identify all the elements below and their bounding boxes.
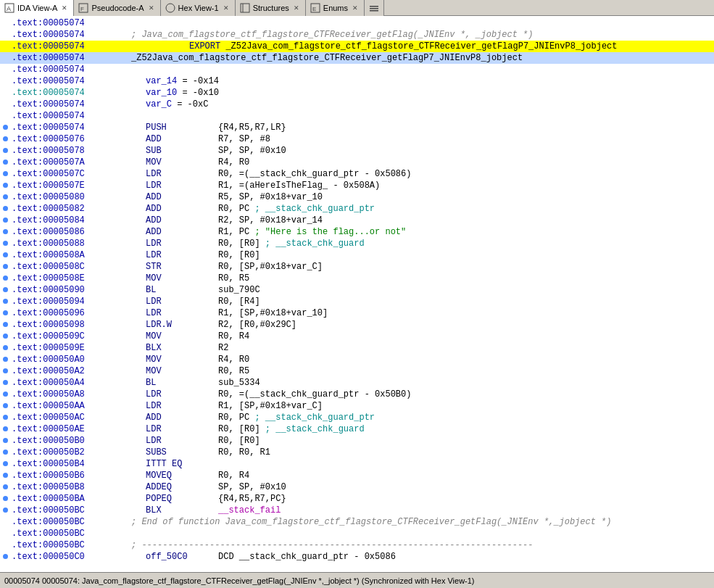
code-line[interactable]: .text:00005094LDRR0, [R4] <box>0 296 714 307</box>
code-line[interactable]: .text:0000508ALDRR0, [R0] <box>0 249 714 261</box>
code-line[interactable]: .text:000050BC; End of function Java_com… <box>0 516 714 528</box>
code-line[interactable]: .text:0000509CMOVR0, R4 <box>0 331 714 342</box>
operands: R4, R0 <box>218 157 249 168</box>
code-line[interactable]: .text:000050A4BLsub_5334 <box>0 377 714 389</box>
address: .text:000050B0 <box>12 435 131 447</box>
code-line[interactable]: .text:0000508CSTRR0, [SP,#0x18+var_C] <box>0 261 714 273</box>
tab-structures[interactable]: Structures ✕ <box>236 0 306 16</box>
code-line[interactable]: .text:000050BC; ------------------------… <box>0 539 714 551</box>
instruction: LDR.W <box>131 319 218 331</box>
code-line[interactable]: .text:00005090BLsub_790C <box>0 284 714 296</box>
code-line[interactable]: .text:000050BC <box>0 528 714 539</box>
line-content: var_14 = -0x14 <box>131 75 219 87</box>
address: .text:0000509C <box>12 331 131 342</box>
code-line[interactable]: .text:00005078SUBSP, SP, #0x10 <box>0 145 714 157</box>
code-line[interactable]: .text:00005074 <box>0 64 714 75</box>
code-line[interactable]: .text:00005084ADDR2, SP, #0x18+var_14 <box>0 215 714 226</box>
instruction: SUB <box>131 145 218 157</box>
code-line[interactable]: .text:000050BCBLX__stack_fail <box>0 505 714 516</box>
tab-enums-close[interactable]: ✕ <box>351 4 360 12</box>
code-line[interactable]: .text:000050B2SUBSR0, R0, R1 <box>0 447 714 458</box>
operands: R1, =(aHereIsTheFlag_ - 0x508A) <box>218 180 380 191</box>
tab-enums[interactable]: E Enums ✕ <box>306 0 365 16</box>
code-line[interactable]: .text:000050A0MOVR4, R0 <box>0 354 714 365</box>
code-line[interactable]: .text:000050B8ADDEQSP, SP, #0x10 <box>0 481 714 493</box>
instruction: MOV <box>131 331 218 342</box>
tab-pseudocode-a[interactable]: F Pseudocode-A ✕ <box>74 0 160 16</box>
dot-indicator <box>3 261 12 273</box>
operands: R0, =(__stack_chk_guard_ptr - 0x5086) <box>218 168 411 180</box>
code-line[interactable]: .text:0000507ELDRR1, =(aHereIsTheFlag_ -… <box>0 180 714 191</box>
dot-indicator <box>3 191 12 203</box>
code-line[interactable]: .text:00005074; Java_com_flagstore_ctf_f… <box>0 29 714 41</box>
address: .text:00005088 <box>12 238 131 249</box>
code-line[interactable]: .text:00005080ADDR5, SP, #0x18+var_10 <box>0 191 714 203</box>
address: .text:000050A0 <box>12 354 131 365</box>
operands: R0, [R0] <box>218 249 260 261</box>
instruction: ADD <box>131 412 218 423</box>
address: .text:000050BC <box>12 528 131 539</box>
code-line[interactable]: .text:000050BAPOPEQ{R4,R5,R7,PC} <box>0 493 714 505</box>
line-content: var_C = -0xC <box>131 99 208 110</box>
address: .text:000050C0 <box>12 551 131 563</box>
operands: R2 <box>218 342 228 354</box>
address: .text:00005074 <box>12 29 131 41</box>
tab-pseudocode-close[interactable]: ✕ <box>147 4 156 12</box>
dot-indicator <box>3 389 12 400</box>
code-line[interactable]: .text:000050B6MOVEQR0, R4 <box>0 470 714 481</box>
code-line[interactable]: .text:00005086ADDR1, PC ; "Here is the f… <box>0 226 714 238</box>
operands: R0, R4 <box>218 331 249 342</box>
code-line[interactable]: .text:000050AALDRR1, [SP,#0x18+var_C] <box>0 400 714 412</box>
operands: R2, [R0,#0x29C] <box>218 319 296 331</box>
instruction: BLX <box>131 505 218 516</box>
address: .text:000050A8 <box>12 389 131 400</box>
code-line[interactable]: .text:00005074var_10 = -0x10 <box>0 87 714 99</box>
code-line[interactable]: .text:00005074var_14 = -0x14 <box>0 75 714 87</box>
address: .text:000050B6 <box>12 470 131 481</box>
code-line[interactable]: .text:0000508EMOVR0, R5 <box>0 273 714 284</box>
code-line[interactable]: .text:00005074 <box>0 17 714 29</box>
line-content: ; Java_com_flagstore_ctf_flagstore_CTFRe… <box>131 29 534 41</box>
code-line[interactable]: .text:00005082ADDR0, PC ; __stack_chk_gu… <box>0 203 714 215</box>
instruction: ADD <box>131 203 218 215</box>
code-line[interactable]: .text:00005076ADDR7, SP, #8 <box>0 133 714 145</box>
instruction: LDR <box>131 168 218 180</box>
code-line[interactable]: .text:000050C0off_50C0DCD __stack_chk_gu… <box>0 551 714 563</box>
dot-indicator <box>3 296 12 307</box>
code-line[interactable]: .text:0000507CLDRR0, =(__stack_chk_guard… <box>0 168 714 180</box>
code-line[interactable]: .text:00005088LDRR0, [R0] ; __stack_chk_… <box>0 238 714 249</box>
tab-hex-close[interactable]: ✕ <box>222 4 231 12</box>
code-line[interactable]: .text:000050B0LDRR0, [R0] <box>0 435 714 447</box>
dot-indicator <box>3 249 12 261</box>
code-line[interactable]: .text:000050ACADDR0, PC ; __stack_chk_gu… <box>0 412 714 423</box>
code-line[interactable]: .text:0000509EBLXR2 <box>0 342 714 354</box>
address: .text:000050A4 <box>12 377 131 389</box>
instruction: LDR <box>131 423 218 435</box>
code-line[interactable]: .text:0000507AMOVR4, R0 <box>0 157 714 168</box>
tab-structures-close[interactable]: ✕ <box>292 4 301 12</box>
code-line[interactable]: .text:00005074var_C = -0xC <box>0 99 714 110</box>
dot-indicator <box>3 122 12 133</box>
code-line[interactable]: .text:00005074PUSH{R4,R5,R7,LR} <box>0 122 714 133</box>
code-line[interactable]: .text:000050A8LDRR0, =(__stack_chk_guard… <box>0 389 714 400</box>
address: .text:00005074 <box>12 64 131 75</box>
code-line[interactable]: .text:00005074_Z52Java_com_flagstore_ctf… <box>0 52 714 64</box>
dot-indicator <box>3 168 12 180</box>
tab-extra[interactable] <box>365 0 384 16</box>
code-line[interactable]: .text:000050B4ITTT EQ <box>0 458 714 470</box>
code-line[interactable]: .text:000050AELDRR0, [R0] ; __stack_chk_… <box>0 423 714 435</box>
tab-ida-close[interactable]: ✕ <box>60 4 69 12</box>
address: .text:0000508C <box>12 261 131 273</box>
code-line[interactable]: .text:00005074 <box>0 110 714 122</box>
svg-text:F: F <box>80 6 84 12</box>
code-line[interactable]: .text:00005096LDRR1, [SP,#0x18+var_10] <box>0 307 714 319</box>
code-line[interactable]: .text:00005074 EXPORT _Z52Java_com_flags… <box>0 41 714 52</box>
line-content: ; End of function Java_com_flagstore_ctf… <box>131 516 612 528</box>
tab-ida-view-a[interactable]: A IDA View-A ✕ <box>0 0 74 16</box>
address: .text:00005074 <box>12 52 131 64</box>
code-line[interactable]: .text:000050A2MOVR0, R5 <box>0 365 714 377</box>
code-area[interactable]: .text:00005074.text:00005074; Java_com_f… <box>0 16 714 572</box>
code-line[interactable]: .text:00005098LDR.WR2, [R0,#0x29C] <box>0 319 714 331</box>
tab-hex-view[interactable]: Hex View-1 ✕ <box>161 0 236 16</box>
operands: R0, PC ; __stack_chk_guard_ptr <box>218 412 375 423</box>
